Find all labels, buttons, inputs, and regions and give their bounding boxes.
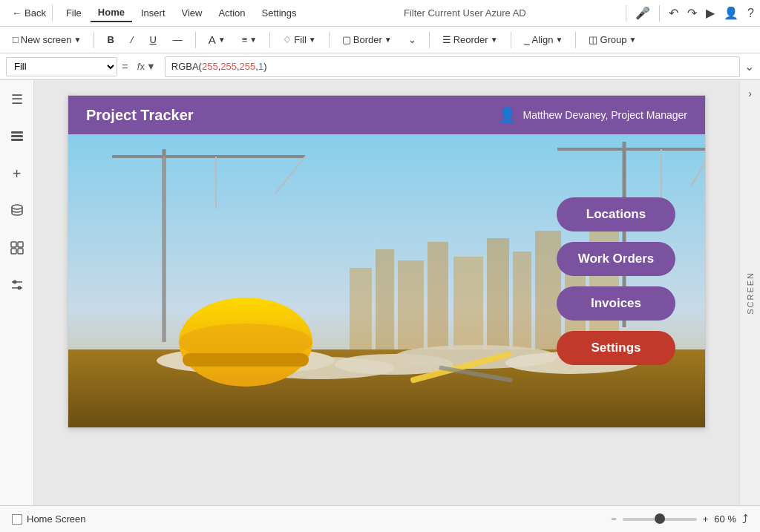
sidebar-menu-icon[interactable]: ☰ [5, 88, 29, 111]
zoom-slider-thumb [655, 513, 665, 524]
sidebar-add-icon[interactable]: + [5, 162, 29, 185]
undo-icon[interactable]: ↶ [669, 6, 678, 20]
rgba-g: 255 [220, 61, 237, 72]
person-icon[interactable]: 👤 [724, 6, 738, 20]
reorder-button[interactable]: ☰ Reorder ▼ [436, 31, 505, 48]
menu-home[interactable]: Home [91, 4, 132, 22]
sidebar-layers-icon[interactable] [5, 125, 29, 148]
svg-rect-0 [11, 139, 23, 141]
back-arrow-icon: ← [12, 7, 22, 19]
underline-button[interactable]: U [142, 31, 163, 48]
fx-chevron: ▼ [146, 61, 156, 72]
zoom-in-icon[interactable]: + [703, 513, 709, 525]
align-chevron: ▼ [249, 36, 257, 44]
group-button[interactable]: ◫ Group ▼ [582, 31, 643, 48]
collapse-button[interactable]: › [748, 88, 752, 99]
fx-button[interactable]: fx ▼ [133, 61, 160, 72]
svg-point-11 [17, 286, 21, 290]
svg-rect-13 [350, 268, 372, 357]
sidebar-database-icon[interactable] [5, 199, 29, 223]
work-orders-button[interactable]: Work Orders [557, 242, 675, 276]
svg-rect-2 [11, 131, 23, 134]
invoices-button[interactable]: Invoices [557, 286, 675, 321]
reorder-label: Reorder [453, 34, 488, 45]
toolbar: □ New screen ▼ B / U ― A ▼ ≡ ▼ ♢ Fill ▼ … [0, 27, 760, 53]
new-screen-icon: □ [13, 34, 19, 45]
font-button[interactable]: A ▼ [202, 30, 232, 49]
fill-label: Fill [294, 34, 307, 45]
menu-action[interactable]: Action [211, 4, 252, 22]
svg-point-9 [13, 280, 16, 284]
screen-checkbox[interactable] [12, 514, 22, 525]
align-button[interactable]: ≡ ▼ [235, 31, 264, 48]
svg-rect-14 [376, 249, 394, 357]
new-screen-chevron: ▼ [74, 36, 82, 44]
svg-rect-4 [11, 242, 16, 247]
back-button[interactable]: ← Back [6, 4, 53, 22]
formula-expand-icon[interactable]: ⌄ [744, 59, 754, 73]
zoom-out-icon[interactable]: − [611, 513, 617, 525]
align-right-icon: ⎯ [524, 34, 530, 45]
menu-file[interactable]: File [59, 4, 89, 22]
font-icon: A [209, 33, 216, 46]
fx-label: fx [137, 61, 145, 72]
svg-rect-16 [428, 242, 448, 357]
strikethrough-button[interactable]: ― [166, 31, 189, 48]
app-body: Locations Work Orders Invoices Settings [68, 134, 705, 427]
sidebar-controls-icon[interactable] [5, 273, 29, 297]
align-right-chevron: ▼ [555, 36, 563, 44]
reorder-icon: ☰ [442, 34, 451, 45]
nav-buttons: Locations Work Orders Invoices Settings [557, 197, 675, 365]
rgba-b: 255 [240, 61, 256, 72]
expand-button[interactable]: ⌄ [402, 31, 423, 48]
locations-button[interactable]: Locations [557, 197, 675, 231]
svg-rect-7 [18, 249, 23, 254]
help-icon[interactable]: ? [747, 7, 754, 20]
app-preview: Project Tracker 👤 Matthew Devaney, Proje… [68, 95, 706, 428]
fill-button[interactable]: ♢ Fill ▼ [276, 31, 323, 48]
italic-button[interactable]: / [124, 31, 140, 48]
formula-bar: Fill = fx ▼ RGBA(255, 255, 255, 1) ⌄ [0, 53, 760, 80]
sidebar-component-icon[interactable] [5, 236, 29, 260]
bold-button[interactable]: B [100, 31, 120, 48]
svg-rect-42 [183, 353, 309, 367]
zoom-slider[interactable] [623, 518, 697, 521]
new-screen-button[interactable]: □ New screen ▼ [6, 31, 88, 48]
fullscreen-icon[interactable]: ⤴ [742, 513, 748, 526]
back-label: Back [24, 7, 46, 19]
rgba-suffix: ) [263, 61, 266, 72]
group-chevron: ▼ [629, 36, 637, 44]
zoom-controls: − + 60 % ⤴ [611, 513, 748, 526]
svg-rect-15 [398, 260, 424, 357]
group-label: Group [600, 34, 626, 45]
filter-label: Filter Current User Azure AD [306, 7, 625, 19]
svg-rect-18 [487, 238, 509, 357]
toolbar-sep-1 [94, 32, 94, 48]
reorder-chevron: ▼ [491, 36, 498, 44]
play-icon[interactable]: ▶ [706, 6, 715, 20]
menu-right-icons: 🎤 ↶ ↷ ▶ 👤 ? [626, 5, 754, 22]
svg-rect-6 [11, 249, 16, 254]
app-title: Project Tracker [86, 107, 498, 124]
menu-view[interactable]: View [174, 4, 210, 22]
sidebar-right: › SCREEN [739, 80, 760, 505]
align-right-button[interactable]: ⎯ Align ▼ [517, 31, 570, 48]
microphone-icon[interactable]: 🎤 [635, 6, 650, 20]
svg-point-3 [12, 205, 22, 209]
sidebar-left: ☰ + [0, 80, 34, 505]
menu-bar: ← Back File Home Insert View Action Sett… [0, 0, 760, 27]
property-select[interactable]: Fill [6, 57, 117, 76]
bold-label: B [107, 34, 114, 45]
menu-settings[interactable]: Settings [255, 4, 304, 22]
formula-input[interactable]: RGBA(255, 255, 255, 1) [165, 56, 740, 77]
border-button[interactable]: ▢ Border ▼ [335, 31, 399, 48]
redo-icon[interactable]: ↷ [687, 6, 697, 20]
rgba-a: 1 [258, 61, 263, 72]
app-header: Project Tracker 👤 Matthew Devaney, Proje… [68, 96, 705, 134]
toolbar-sep-5 [429, 32, 430, 48]
border-label: Border [353, 34, 382, 45]
zoom-level: 60 % [714, 513, 736, 525]
settings-button[interactable]: Settings [557, 331, 675, 365]
menu-insert[interactable]: Insert [134, 4, 173, 22]
strikethrough-icon: ― [173, 34, 183, 45]
